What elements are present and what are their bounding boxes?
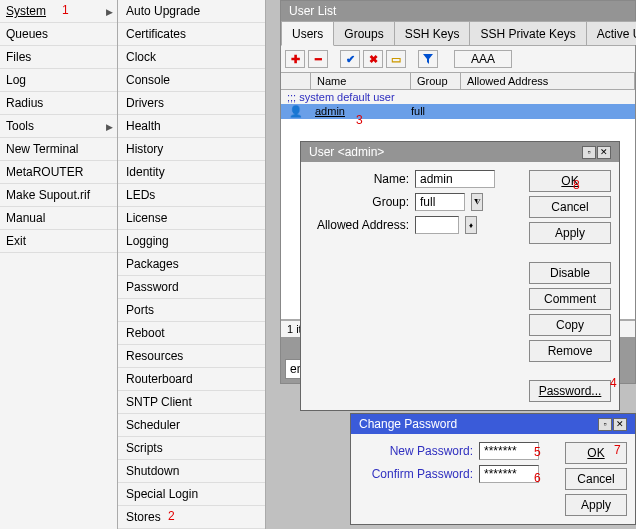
- window-title: User List: [281, 1, 635, 21]
- menu-queues[interactable]: Queues: [0, 23, 117, 46]
- group-dropdown-icon[interactable]: ⧨: [471, 193, 483, 211]
- tab-ssh-keys[interactable]: SSH Keys: [394, 21, 471, 45]
- aaa-button[interactable]: AAA: [454, 50, 512, 68]
- name-input[interactable]: [415, 170, 495, 188]
- menu-radius[interactable]: Radius: [0, 92, 117, 115]
- remove-button[interactable]: ━: [308, 50, 328, 68]
- submenu-scripts[interactable]: Scripts: [118, 437, 265, 460]
- copy-button[interactable]: Copy: [529, 314, 611, 336]
- submenu-routerboard[interactable]: Routerboard: [118, 368, 265, 391]
- submenu-clock[interactable]: Clock: [118, 46, 265, 69]
- submenu-health[interactable]: Health: [118, 115, 265, 138]
- close-icon[interactable]: ✕: [613, 418, 627, 431]
- change-password-dialog: Change Password ▫ ✕ New Password: Confir…: [350, 413, 636, 525]
- main-menu: System▶ Queues Files Log Radius Tools▶ N…: [0, 0, 118, 529]
- menu-tools[interactable]: Tools▶: [0, 115, 117, 138]
- remove-button[interactable]: Remove: [529, 340, 611, 362]
- user-edit-dialog: User <admin> ▫ ✕ Name: Group: ⧨ Allowed …: [300, 141, 620, 411]
- comment-button[interactable]: Comment: [529, 288, 611, 310]
- filter-button[interactable]: [418, 50, 438, 68]
- chevron-right-icon: ▶: [106, 5, 113, 19]
- dialog-title: Change Password ▫ ✕: [351, 414, 635, 434]
- menu-label: Files: [6, 50, 31, 64]
- apply-button[interactable]: Apply: [529, 222, 611, 244]
- submenu-sntp-client[interactable]: SNTP Client: [118, 391, 265, 414]
- submenu-logging[interactable]: Logging: [118, 230, 265, 253]
- apply-button[interactable]: Apply: [565, 494, 627, 516]
- cancel-button[interactable]: Cancel: [565, 468, 627, 490]
- enable-button[interactable]: ✔: [340, 50, 360, 68]
- submenu-identity[interactable]: Identity: [118, 161, 265, 184]
- menu-log[interactable]: Log: [0, 69, 117, 92]
- new-password-input[interactable]: [479, 442, 539, 460]
- col-blank[interactable]: [281, 73, 311, 89]
- submenu-stores[interactable]: Stores: [118, 506, 265, 529]
- row-group: full: [411, 105, 461, 118]
- menu-label: Make Supout.rif: [6, 188, 90, 202]
- menu-metarouter[interactable]: MetaROUTER: [0, 161, 117, 184]
- submenu-license[interactable]: License: [118, 207, 265, 230]
- menu-label: Radius: [6, 96, 43, 110]
- menu-files[interactable]: Files: [0, 46, 117, 69]
- col-group[interactable]: Group: [411, 73, 461, 89]
- confirm-password-label: Confirm Password:: [359, 467, 473, 481]
- restore-icon[interactable]: ▫: [582, 146, 596, 159]
- menu-label: Exit: [6, 234, 26, 248]
- disable-button[interactable]: ✖: [363, 50, 383, 68]
- table-header: Name Group Allowed Address: [281, 72, 635, 90]
- col-allowed-address[interactable]: Allowed Address: [461, 73, 635, 89]
- menu-label: Tools: [6, 119, 34, 133]
- submenu-packages[interactable]: Packages: [118, 253, 265, 276]
- comment-button[interactable]: ▭: [386, 50, 406, 68]
- row-name: admin: [311, 105, 411, 118]
- menu-manual[interactable]: Manual: [0, 207, 117, 230]
- menu-make-supout[interactable]: Make Supout.rif: [0, 184, 117, 207]
- submenu-auto-upgrade[interactable]: Auto Upgrade: [118, 0, 265, 23]
- close-icon[interactable]: ✕: [597, 146, 611, 159]
- submenu-console[interactable]: Console: [118, 69, 265, 92]
- menu-label: Manual: [6, 211, 45, 225]
- menu-system[interactable]: System▶: [0, 0, 117, 23]
- ok-button[interactable]: OK: [565, 442, 627, 464]
- user-icon: 👤: [281, 105, 311, 118]
- name-label: Name:: [309, 172, 409, 186]
- menu-new-terminal[interactable]: New Terminal: [0, 138, 117, 161]
- menu-label: System: [6, 4, 46, 18]
- confirm-password-input[interactable]: [479, 465, 539, 483]
- submenu-shutdown[interactable]: Shutdown: [118, 460, 265, 483]
- add-button[interactable]: ✚: [285, 50, 305, 68]
- submenu-reboot[interactable]: Reboot: [118, 322, 265, 345]
- tab-active-users[interactable]: Active Users: [586, 21, 636, 45]
- tab-users[interactable]: Users: [281, 21, 334, 46]
- menu-exit[interactable]: Exit: [0, 230, 117, 253]
- dialog-title-text: Change Password: [359, 417, 457, 431]
- table-row[interactable]: 👤 admin full: [281, 104, 635, 119]
- disable-button[interactable]: Disable: [529, 262, 611, 284]
- submenu-history[interactable]: History: [118, 138, 265, 161]
- new-password-label: New Password:: [359, 444, 473, 458]
- submenu-ports[interactable]: Ports: [118, 299, 265, 322]
- submenu-scheduler[interactable]: Scheduler: [118, 414, 265, 437]
- row-comment: ;;; system default user: [281, 90, 635, 104]
- group-select[interactable]: [415, 193, 465, 211]
- workspace: User List Users Groups SSH Keys SSH Priv…: [266, 0, 636, 529]
- submenu-resources[interactable]: Resources: [118, 345, 265, 368]
- restore-icon[interactable]: ▫: [598, 418, 612, 431]
- submenu-leds[interactable]: LEDs: [118, 184, 265, 207]
- submenu-password[interactable]: Password: [118, 276, 265, 299]
- cancel-button[interactable]: Cancel: [529, 196, 611, 218]
- submenu-special-login[interactable]: Special Login: [118, 483, 265, 506]
- submenu-drivers[interactable]: Drivers: [118, 92, 265, 115]
- dialog-title: User <admin> ▫ ✕: [301, 142, 619, 162]
- password-button[interactable]: Password...: [529, 380, 611, 402]
- addr-input[interactable]: [415, 216, 459, 234]
- tab-ssh-private-keys[interactable]: SSH Private Keys: [469, 21, 586, 45]
- submenu-certificates[interactable]: Certificates: [118, 23, 265, 46]
- tab-groups[interactable]: Groups: [333, 21, 394, 45]
- menu-label: Queues: [6, 27, 48, 41]
- addr-updown-icon[interactable]: ♦: [465, 216, 477, 234]
- menu-label: Log: [6, 73, 26, 87]
- system-submenu: Auto Upgrade Certificates Clock Console …: [118, 0, 266, 529]
- ok-button[interactable]: OK: [529, 170, 611, 192]
- col-name[interactable]: Name: [311, 73, 411, 89]
